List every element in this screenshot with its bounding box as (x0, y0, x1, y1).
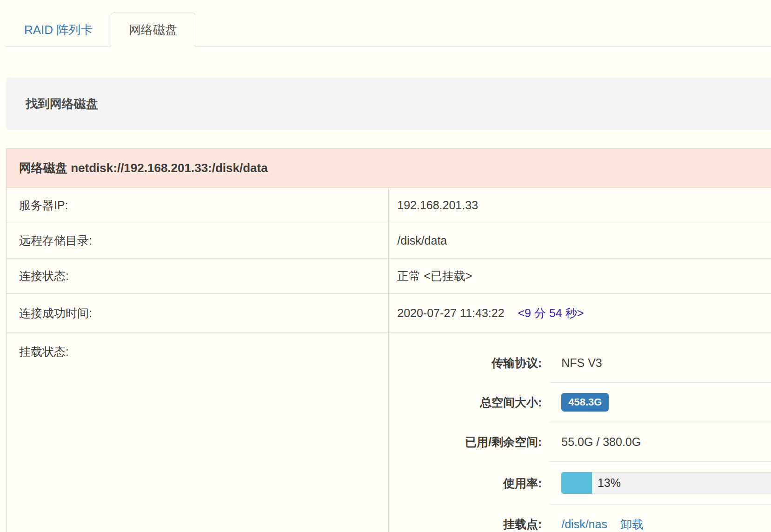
disk-card-header: 网络磁盘 netdisk://192.168.201.33:/disk/data (7, 149, 771, 188)
usage-progress-bar: 13% (561, 472, 771, 494)
remote-dir-value: /disk/data (389, 223, 771, 259)
connection-state-label: 连接状态: (7, 259, 389, 294)
total-size-cell: 458.3G (549, 383, 771, 422)
usage-row: 使用率: 13% (389, 462, 771, 505)
protocol-label: 传输协议: (389, 355, 549, 371)
network-disk-table: 网络磁盘 netdisk://192.168.201.33:/disk/data… (6, 148, 771, 532)
tab-network-disk[interactable]: 网络磁盘 (111, 13, 195, 47)
used-free-value: 55.0G / 380.0G (549, 422, 771, 462)
mountpoint-row: 挂载点: /disk/nas 卸载 (389, 505, 771, 532)
total-size-label: 总空间大小: (389, 395, 549, 410)
table-row: 连接成功时间: 2020-07-27 11:43:22 <9 分 54 秒> (7, 294, 771, 333)
server-ip-label: 服务器IP: (7, 188, 389, 223)
server-ip-value: 192.168.201.33 (389, 188, 771, 223)
table-row: 连接状态: 正常 <已挂载> (7, 259, 771, 294)
connection-time-cell: 2020-07-27 11:43:22 <9 分 54 秒> (389, 294, 771, 333)
found-network-disk-panel: 找到网络磁盘 (6, 78, 771, 130)
total-size-row: 总空间大小: 458.3G (389, 383, 771, 422)
usage-cell: 13% (549, 462, 771, 505)
table-row: 远程存储目录: /disk/data (7, 223, 771, 259)
usage-label: 使用率: (389, 476, 549, 491)
tab-raid-array-card[interactable]: RAID 阵列卡 (6, 13, 111, 47)
mount-state-cell: 传输协议: NFS V3 总空间大小: 458.3G 已用/剩余空间: 55.0… (389, 333, 771, 532)
connection-time-label: 连接成功时间: (7, 294, 389, 333)
mount-details-table: 传输协议: NFS V3 总空间大小: 458.3G 已用/剩余空间: 55.0… (389, 343, 771, 532)
protocol-row: 传输协议: NFS V3 (389, 343, 771, 383)
remote-dir-label: 远程存储目录: (7, 223, 389, 259)
found-panel-title: 找到网络磁盘 (26, 96, 98, 112)
table-row: 服务器IP: 192.168.201.33 (7, 188, 771, 223)
usage-percent-text: 13% (598, 476, 621, 490)
connection-time-value: 2020-07-27 11:43:22 (397, 306, 504, 319)
total-size-badge: 458.3G (561, 393, 609, 412)
connection-state-value: 正常 <已挂载> (389, 259, 771, 294)
used-free-label: 已用/剩余空间: (389, 434, 549, 450)
mountpoint-label: 挂载点: (389, 517, 549, 532)
used-free-row: 已用/剩余空间: 55.0G / 380.0G (389, 422, 771, 462)
protocol-value: NFS V3 (549, 343, 771, 383)
mountpoint-link[interactable]: /disk/nas (561, 518, 607, 531)
usage-progress-fill (561, 472, 592, 494)
mountpoint-cell: /disk/nas 卸载 (549, 505, 771, 532)
table-row: 网络磁盘 netdisk://192.168.201.33:/disk/data (7, 149, 771, 188)
unmount-link[interactable]: 卸载 (620, 517, 644, 532)
table-row: 挂载状态: 传输协议: NFS V3 总空间大小: 458.3G 已用/剩余空间… (7, 333, 771, 532)
mount-state-label: 挂载状态: (7, 333, 389, 532)
tab-bar: RAID 阵列卡 网络磁盘 (6, 0, 771, 47)
connection-elapsed-text: <9 分 54 秒> (518, 306, 584, 319)
